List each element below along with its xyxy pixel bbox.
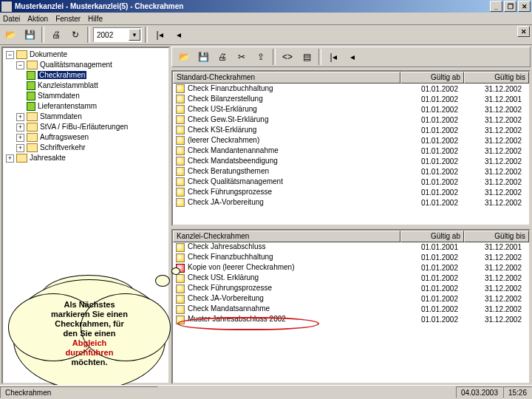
row-icon [176, 188, 185, 197]
close-button[interactable]: ✕ [518, 1, 531, 12]
rt-export-icon[interactable]: ⇪ [252, 48, 270, 66]
menu-aktion[interactable]: Aktion [27, 15, 48, 23]
table-row[interactable]: Muster Jahresabschluss 200201.01.200231.… [173, 315, 529, 325]
row-icon [176, 284, 185, 293]
title-bar: Musterkanzlei - Musterkanzlei(5) - Check… [0, 0, 532, 13]
tree-item[interactable]: +Auftragswesen [4, 132, 167, 143]
menu-hilfe[interactable]: Hilfe [88, 15, 103, 23]
rt-view-icon[interactable]: ▤ [298, 48, 316, 66]
col-header-from[interactable]: Gültig ab [400, 72, 464, 83]
row-icon [176, 126, 185, 134]
row-icon [176, 115, 185, 124]
save-icon[interactable]: 💾 [21, 26, 38, 44]
standard-list: Standard-Checkrahmen Gültig ab Gültig bi… [171, 70, 531, 226]
year-value: 2002 [97, 31, 113, 39]
col-header-from[interactable]: Gültig ab [400, 231, 464, 242]
row-icon [176, 253, 185, 262]
row-icon [176, 295, 185, 304]
tree-item[interactable]: Stammdaten [4, 91, 167, 101]
rt-prev-icon[interactable]: ◂ [344, 48, 361, 66]
row-icon [176, 146, 185, 155]
row-icon [176, 95, 185, 103]
refresh-icon[interactable]: ↻ [66, 26, 84, 44]
chevron-down-icon[interactable]: ▼ [129, 29, 140, 41]
table-row[interactable]: Check Mandatsbeendigung01.01.200231.12.2… [173, 156, 529, 166]
col-header-to[interactable]: Gültig bis [464, 72, 529, 83]
row-icon [176, 105, 185, 114]
kanzlei-list: Kanzlei-Checkrahmen Gültig ab Gültig bis… [171, 229, 531, 385]
row-icon [176, 243, 185, 252]
menu-datei[interactable]: Datei [3, 15, 20, 23]
separator [273, 49, 276, 65]
col-header-to[interactable]: Gültig bis [464, 231, 529, 242]
tree-item[interactable]: Kanzleistammblatt [4, 81, 167, 91]
row-icon [176, 264, 185, 273]
table-row[interactable]: Check Beratungsthemen01.01.200231.12.200… [173, 166, 529, 177]
status-bar: Checkrahmen 04.03.2003 15:26 [0, 385, 532, 399]
tree-item[interactable]: Lieferantenstamm [4, 101, 167, 112]
row-icon [176, 198, 185, 207]
year-combo[interactable]: 2002 ▼ [93, 27, 142, 42]
table-row[interactable]: Check KSt-Erklärung01.01.200231.12.2002 [173, 125, 529, 135]
main-toolbar: 📂 💾 🖨 ↻ 2002 ▼ |◂ ◂ [0, 25, 532, 45]
row-icon [176, 84, 185, 93]
tree-item-checkrahmen[interactable]: Checkrahmen [4, 70, 167, 81]
menu-fenster[interactable]: Fenster [55, 15, 81, 23]
tree-item[interactable]: −Qualitätsmanagement [4, 60, 167, 70]
row-icon [176, 274, 185, 283]
row-icon [176, 157, 185, 166]
maximize-button[interactable]: ❐ [504, 1, 516, 12]
window-title: Musterkanzlei - Musterkanzlei(5) - Check… [15, 2, 183, 10]
table-row[interactable]: Check Führungsprozesse01.01.200231.12.20… [173, 284, 529, 294]
tree-pane[interactable]: −Dokumente −Qualitätsmanagement Checkrah… [1, 47, 170, 384]
open-icon[interactable]: 📂 [1, 26, 19, 44]
table-row[interactable]: Check USt-Erklärung01.01.200231.12.2002 [173, 104, 529, 115]
table-row[interactable]: (leerer Checkrahmen)01.01.200231.12.2002 [173, 135, 529, 146]
table-row[interactable]: Check Finanzbuchhaltung01.01.200231.12.2… [173, 83, 529, 94]
tree-item[interactable]: +Jahresakte [4, 153, 167, 163]
table-row[interactable]: Check Bilanzerstellung01.01.200231.12.20… [173, 94, 529, 104]
rt-code-icon[interactable]: <> [279, 48, 296, 66]
separator [87, 27, 90, 43]
rt-open-icon[interactable]: 📂 [175, 48, 193, 66]
rt-save-icon[interactable]: 💾 [194, 48, 212, 66]
rt-cut-icon[interactable]: ✂ [233, 48, 250, 66]
mdi-close-button[interactable]: ✕ [517, 26, 530, 37]
col-header-name[interactable]: Kanzlei-Checkrahmen [173, 231, 400, 242]
menu-bar: Datei Aktion Fenster Hilfe [0, 13, 532, 25]
table-row[interactable]: Check Qualitätsmanagement01.01.200231.12… [173, 177, 529, 187]
rt-first-icon[interactable]: |◂ [324, 48, 342, 66]
table-row[interactable]: Check Gew.St-Erklärung01.01.200231.12.20… [173, 115, 529, 125]
right-toolbar: 📂 💾 🖨 ✂ ⇪ <> ▤ |◂ ◂ [171, 47, 531, 67]
table-row[interactable]: Check Mandatsannahme01.01.200231.12.2002 [173, 304, 529, 315]
table-row[interactable]: Check USt. Erklärung01.01.200231.12.2002 [173, 273, 529, 284]
tree-root[interactable]: −Dokumente [4, 50, 167, 60]
rt-print-icon[interactable]: 🖨 [214, 48, 231, 66]
row-icon [176, 167, 185, 176]
print-icon[interactable]: 🖨 [47, 26, 65, 44]
table-row[interactable]: Check Finanzbuchhaltung01.01.200231.12.2… [173, 253, 529, 263]
tree-item[interactable]: +Schriftverkehr [4, 143, 167, 153]
row-icon [176, 316, 185, 324]
status-time: 15:26 [503, 386, 532, 398]
table-row[interactable]: Check Mandantenannahme01.01.200231.12.20… [173, 146, 529, 156]
tree-item[interactable]: +Stammdaten [4, 112, 167, 122]
table-row[interactable]: Check JA-Vorbereitung01.01.200231.12.200… [173, 294, 529, 304]
row-icon [176, 305, 185, 314]
table-row[interactable]: Check Führungsprozesse01.01.200231.12.20… [173, 187, 529, 197]
table-row[interactable]: Kopie von (leerer Checkrahmen)01.01.2002… [173, 263, 529, 273]
app-icon [1, 1, 12, 12]
minimize-button[interactable]: _ [490, 1, 502, 12]
separator [318, 49, 321, 65]
col-header-name[interactable]: Standard-Checkrahmen [173, 72, 400, 83]
right-pane: 📂 💾 🖨 ✂ ⇪ <> ▤ |◂ ◂ Standard-Checkrahmen… [171, 47, 531, 384]
nav-prev-icon[interactable]: ◂ [170, 26, 188, 44]
status-date: 04.03.2003 [456, 386, 503, 398]
row-icon [176, 136, 185, 145]
row-icon [176, 177, 185, 186]
table-row[interactable]: Check Jahresabschluss01.01.200131.12.200… [173, 242, 529, 253]
status-text: Checkrahmen [0, 386, 158, 398]
tree-item[interactable]: +StVA / FiBu-/Erläuterungen [4, 122, 167, 132]
table-row[interactable]: Check JA-Vorbereitung01.01.200231.12.200… [173, 197, 529, 208]
nav-first-icon[interactable]: |◂ [151, 26, 168, 44]
